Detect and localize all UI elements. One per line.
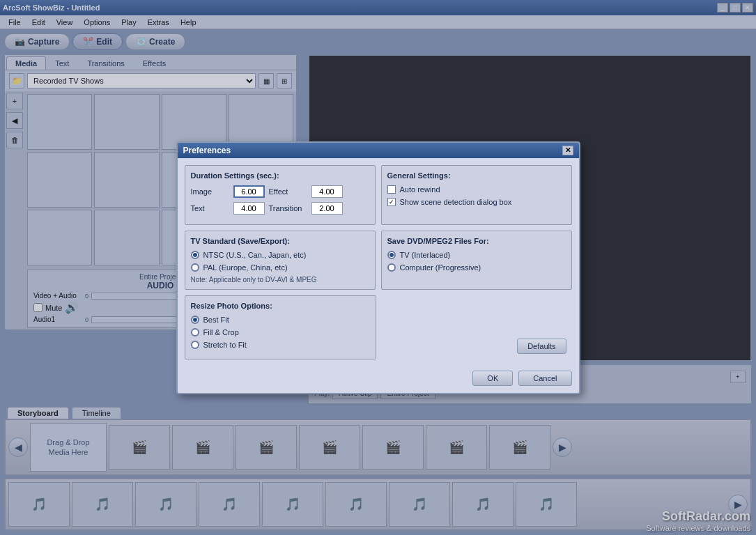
dialog-row-2: TV Standard (Save/Export): NTSC (U.S., C… (185, 231, 572, 290)
pal-row: PAL (Europe, China, etc) (191, 263, 369, 272)
ntsc-row: NTSC (U.S., Can., Japan, etc) (191, 251, 369, 259)
resize-photo-section: Resize Photo Options: Best Fit Fill & Cr… (185, 295, 376, 359)
image-field-row: Image Effect (191, 185, 369, 198)
computer-progressive-row: Computer (Progressive) (387, 263, 566, 272)
dialog-row-1: Duration Settings (sec.): Image Effect T… (185, 165, 572, 225)
auto-rewind-checkbox[interactable] (387, 185, 396, 194)
dialog-close-button[interactable]: ✕ (562, 146, 573, 155)
stretch-fit-row: Stretch to Fit (191, 341, 370, 349)
computer-progressive-radio[interactable] (387, 263, 396, 272)
tv-interlaced-radio[interactable] (387, 251, 396, 259)
resize-photo-title: Resize Photo Options: (191, 302, 370, 310)
scene-detection-label: Show scene detection dialog box (400, 198, 512, 206)
effect-label: Effect (269, 187, 307, 196)
tv-standard-title: TV Standard (Save/Export): (191, 237, 369, 245)
dialog-footer: OK Cancel (178, 366, 579, 393)
fill-crop-label: Fill & Crop (203, 328, 239, 336)
stretch-fit-radio[interactable] (191, 341, 199, 349)
duration-settings-title: Duration Settings (sec.): (191, 171, 369, 180)
tv-standard-section: TV Standard (Save/Export): NTSC (U.S., C… (185, 231, 376, 290)
stretch-fit-label: Stretch to Fit (203, 341, 247, 349)
save-dvd-section: Save DVD/MPEG2 Files For: TV (Interlaced… (381, 231, 572, 290)
dialog-body: Duration Settings (sec.): Image Effect T… (178, 158, 579, 366)
tv-standard-note: Note: Applicable only to DV-AVI & MPEG (191, 276, 369, 284)
pal-label: PAL (Europe, China, etc) (203, 263, 288, 272)
duration-settings-section: Duration Settings (sec.): Image Effect T… (185, 165, 376, 225)
ok-button[interactable]: OK (472, 371, 513, 386)
scene-detection-checkbox[interactable]: ✓ (387, 198, 396, 206)
dialog-title-bar: Preferences ✕ (178, 143, 579, 158)
transition-input[interactable] (311, 202, 343, 215)
preferences-dialog: Preferences ✕ Duration Settings (sec.): … (176, 141, 580, 394)
image-input[interactable] (233, 185, 265, 198)
pal-radio[interactable] (191, 263, 199, 272)
cancel-button[interactable]: Cancel (518, 371, 571, 386)
ntsc-label: NTSC (U.S., Can., Japan, etc) (203, 251, 307, 259)
save-dvd-title: Save DVD/MPEG2 Files For: (387, 237, 566, 245)
text-label: Text (191, 204, 229, 212)
fill-crop-row: Fill & Crop (191, 328, 370, 336)
scene-detection-row: ✓ Show scene detection dialog box (387, 198, 566, 206)
dialog-row-3: Resize Photo Options: Best Fit Fill & Cr… (185, 295, 572, 359)
text-field-row: Text Transition (191, 202, 369, 215)
tv-interlaced-label: TV (Interlaced) (400, 251, 451, 259)
best-fit-radio[interactable] (191, 316, 199, 324)
fill-crop-radio[interactable] (191, 328, 199, 336)
best-fit-label: Best Fit (203, 316, 229, 324)
general-settings-section: General Settings: Auto rewind ✓ Show sce… (381, 165, 572, 225)
text-input[interactable] (233, 202, 265, 215)
auto-rewind-label: Auto rewind (400, 185, 440, 194)
defaults-button[interactable]: Defaults (517, 339, 566, 354)
dialog-overlay: Preferences ✕ Duration Settings (sec.): … (0, 0, 756, 535)
best-fit-row: Best Fit (191, 316, 370, 324)
effect-input[interactable] (311, 185, 343, 198)
transition-label: Transition (269, 204, 307, 212)
computer-progressive-label: Computer (Progressive) (400, 263, 481, 272)
auto-rewind-row: Auto rewind (387, 185, 566, 194)
tv-interlaced-row: TV (Interlaced) (387, 251, 566, 259)
general-settings-title: General Settings: (387, 171, 566, 180)
image-label: Image (191, 187, 229, 196)
ntsc-radio[interactable] (191, 251, 199, 259)
dialog-title: Preferences (183, 146, 231, 155)
